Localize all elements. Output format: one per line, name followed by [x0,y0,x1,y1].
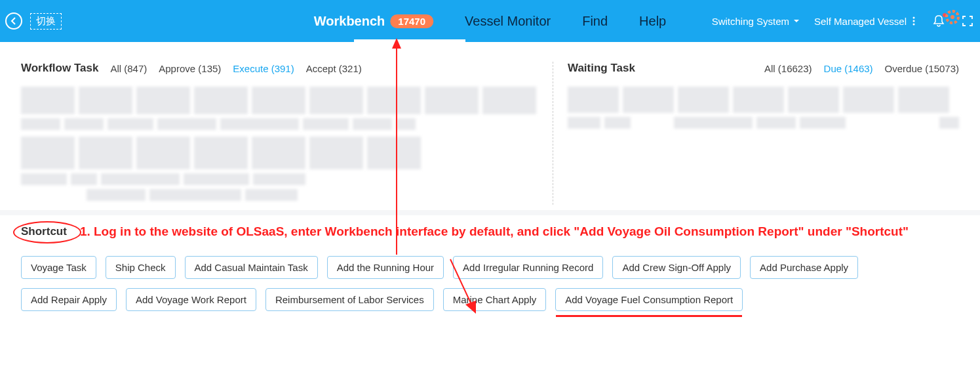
shortcut-add-running-hour[interactable]: Add the Running Hour [327,256,444,279]
switch-button[interactable]: 切换 [30,13,62,30]
shortcut-voyage-task[interactable]: Voyage Task [21,256,96,279]
active-tab-underline [354,39,465,42]
waiting-header: Waiting Task All (16623) Due (1463) Over… [568,62,959,75]
shortcut-add-casual-maintain[interactable]: Add Casual Maintain Task [185,256,318,279]
workflow-cards-blurred [21,87,539,201]
shortcut-title-text: Shortcut [21,225,67,238]
svg-point-1 [913,20,915,22]
arrow-left-icon [9,16,18,26]
caret-down-icon [793,18,800,24]
shortcut-add-purchase[interactable]: Add Purchase Apply [750,256,858,279]
workflow-title: Workflow Task [21,62,98,75]
waiting-title: Waiting Task [568,62,635,75]
waiting-task-panel: Waiting Task All (16623) Due (1463) Over… [553,62,959,205]
waiting-filter-all[interactable]: All (16623) [764,63,812,74]
svg-point-0 [913,17,915,19]
shortcut-ship-check[interactable]: Ship Check [106,256,176,279]
switching-system-dropdown[interactable]: Switching System [712,16,800,27]
nav-workbench[interactable]: Workbench 17470 [314,14,433,29]
expand-icon [962,15,973,27]
shortcut-add-crew-signoff[interactable]: Add Crew Sign-Off Apply [612,256,741,279]
shortcut-section: Shortcut 1. Log in to the website of OLS… [0,210,980,311]
target-icon [945,9,960,25]
shortcut-header: Shortcut 1. Log in to the website of OLS… [21,224,959,239]
shortcut-title: Shortcut [21,225,67,238]
top-navbar: 切换 Workbench 17470 Vessel Monitor Find H… [0,0,980,42]
workflow-filter-all[interactable]: All (847) [110,63,147,74]
shortcut-add-repair[interactable]: Add Repair Apply [21,288,117,311]
nav-help[interactable]: Help [639,14,666,29]
fullscreen-button[interactable] [960,14,975,28]
shortcut-add-voyage-work[interactable]: Add Voyage Work Report [126,288,256,311]
self-managed-vessel-menu[interactable]: Self Managed Vessel [814,16,917,27]
switching-system-label: Switching System [712,16,789,27]
workflow-task-panel: Workflow Task All (847) Approve (135) Ex… [21,62,553,205]
waiting-cards-blurred [568,87,959,129]
waiting-filter-overdue[interactable]: Overdue (15073) [885,63,959,74]
self-managed-label: Self Managed Vessel [814,16,907,27]
nav-vessel-monitor[interactable]: Vessel Monitor [465,14,551,29]
shortcut-buttons-row: Voyage Task Ship Check Add Casual Mainta… [21,256,959,311]
nav-find[interactable]: Find [582,14,608,29]
svg-point-4 [951,15,954,19]
workbench-count-badge: 17470 [390,14,433,28]
more-vertical-icon [911,16,917,26]
nav-right: Switching System Self Managed Vessel [712,14,975,28]
workflow-filter-accept[interactable]: Accept (321) [306,63,362,74]
nav-center: Workbench 17470 Vessel Monitor Find Help [314,14,666,29]
shortcut-add-voyage-fuel[interactable]: Add Voyage Fuel Consumption Report [555,288,743,311]
waiting-filter-due[interactable]: Due (1463) [824,63,873,74]
notifications-button[interactable] [931,14,946,28]
shortcut-marine-chart[interactable]: Marine Chart Apply [443,288,547,311]
shortcut-reimbursement-labor[interactable]: Reimbursement of Labor Services [265,288,434,311]
workflow-header: Workflow Task All (847) Approve (135) Ex… [21,62,539,75]
back-button[interactable] [5,12,22,30]
workflow-filter-execute[interactable]: Execute (391) [233,63,294,74]
svg-point-2 [913,24,915,26]
workflow-filter-approve[interactable]: Approve (135) [159,63,221,74]
nav-workbench-label: Workbench [314,14,385,29]
shortcut-add-irregular-running[interactable]: Add Irregular Running Record [453,256,603,279]
main-content: Workflow Task All (847) Approve (135) Ex… [0,42,980,205]
annotation-instruction: 1. Log in to the website of OLSaaS, ente… [80,224,909,239]
